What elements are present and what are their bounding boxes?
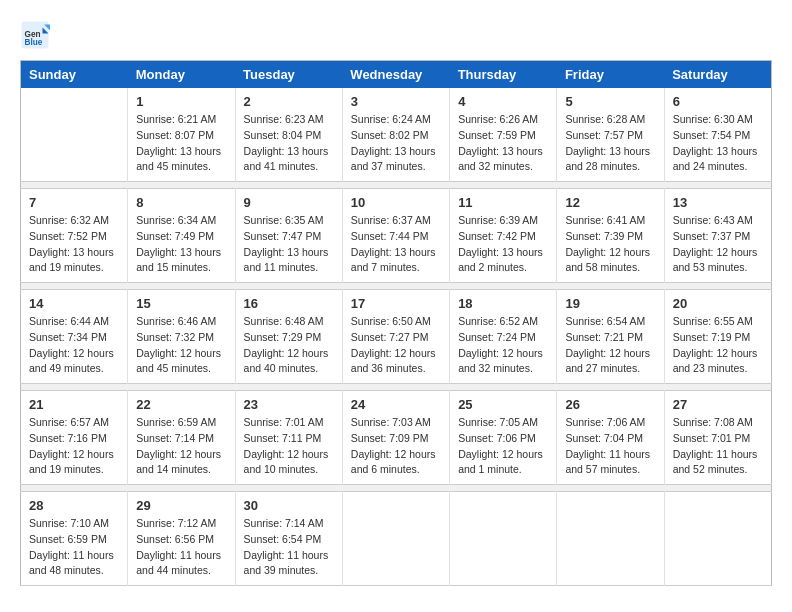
column-header-tuesday: Tuesday <box>235 61 342 89</box>
day-info: Sunrise: 6:57 AMSunset: 7:16 PMDaylight:… <box>29 415 119 478</box>
day-info: Sunrise: 7:12 AMSunset: 6:56 PMDaylight:… <box>136 516 226 579</box>
calendar-cell: 18Sunrise: 6:52 AMSunset: 7:24 PMDayligh… <box>450 290 557 384</box>
day-info: Sunrise: 7:06 AMSunset: 7:04 PMDaylight:… <box>565 415 655 478</box>
calendar-cell: 22Sunrise: 6:59 AMSunset: 7:14 PMDayligh… <box>128 391 235 485</box>
day-info: Sunrise: 6:32 AMSunset: 7:52 PMDaylight:… <box>29 213 119 276</box>
calendar-week-row: 7Sunrise: 6:32 AMSunset: 7:52 PMDaylight… <box>21 189 772 283</box>
week-separator-cell <box>21 182 772 189</box>
day-number: 12 <box>565 195 655 210</box>
column-header-monday: Monday <box>128 61 235 89</box>
calendar-cell: 20Sunrise: 6:55 AMSunset: 7:19 PMDayligh… <box>664 290 771 384</box>
calendar-week-row: 1Sunrise: 6:21 AMSunset: 8:07 PMDaylight… <box>21 88 772 182</box>
calendar-cell: 29Sunrise: 7:12 AMSunset: 6:56 PMDayligh… <box>128 492 235 586</box>
calendar-cell: 5Sunrise: 6:28 AMSunset: 7:57 PMDaylight… <box>557 88 664 182</box>
day-info: Sunrise: 6:46 AMSunset: 7:32 PMDaylight:… <box>136 314 226 377</box>
column-header-thursday: Thursday <box>450 61 557 89</box>
calendar-cell: 1Sunrise: 6:21 AMSunset: 8:07 PMDaylight… <box>128 88 235 182</box>
day-number: 17 <box>351 296 441 311</box>
day-info: Sunrise: 6:48 AMSunset: 7:29 PMDaylight:… <box>244 314 334 377</box>
calendar-cell: 11Sunrise: 6:39 AMSunset: 7:42 PMDayligh… <box>450 189 557 283</box>
day-number: 30 <box>244 498 334 513</box>
week-separator <box>21 283 772 290</box>
calendar-cell: 24Sunrise: 7:03 AMSunset: 7:09 PMDayligh… <box>342 391 449 485</box>
calendar-cell <box>342 492 449 586</box>
calendar-cell: 2Sunrise: 6:23 AMSunset: 8:04 PMDaylight… <box>235 88 342 182</box>
calendar-week-row: 28Sunrise: 7:10 AMSunset: 6:59 PMDayligh… <box>21 492 772 586</box>
column-header-sunday: Sunday <box>21 61 128 89</box>
calendar-cell: 25Sunrise: 7:05 AMSunset: 7:06 PMDayligh… <box>450 391 557 485</box>
week-separator <box>21 485 772 492</box>
day-info: Sunrise: 6:52 AMSunset: 7:24 PMDaylight:… <box>458 314 548 377</box>
week-separator <box>21 182 772 189</box>
calendar-cell: 4Sunrise: 6:26 AMSunset: 7:59 PMDaylight… <box>450 88 557 182</box>
calendar-cell: 14Sunrise: 6:44 AMSunset: 7:34 PMDayligh… <box>21 290 128 384</box>
calendar-cell: 30Sunrise: 7:14 AMSunset: 6:54 PMDayligh… <box>235 492 342 586</box>
calendar-cell: 26Sunrise: 7:06 AMSunset: 7:04 PMDayligh… <box>557 391 664 485</box>
calendar-cell: 28Sunrise: 7:10 AMSunset: 6:59 PMDayligh… <box>21 492 128 586</box>
day-number: 13 <box>673 195 763 210</box>
calendar-header-row: SundayMondayTuesdayWednesdayThursdayFrid… <box>21 61 772 89</box>
day-info: Sunrise: 6:28 AMSunset: 7:57 PMDaylight:… <box>565 112 655 175</box>
calendar-cell: 17Sunrise: 6:50 AMSunset: 7:27 PMDayligh… <box>342 290 449 384</box>
day-info: Sunrise: 7:05 AMSunset: 7:06 PMDaylight:… <box>458 415 548 478</box>
day-info: Sunrise: 7:10 AMSunset: 6:59 PMDaylight:… <box>29 516 119 579</box>
column-header-friday: Friday <box>557 61 664 89</box>
day-info: Sunrise: 6:39 AMSunset: 7:42 PMDaylight:… <box>458 213 548 276</box>
calendar-week-row: 21Sunrise: 6:57 AMSunset: 7:16 PMDayligh… <box>21 391 772 485</box>
day-info: Sunrise: 6:43 AMSunset: 7:37 PMDaylight:… <box>673 213 763 276</box>
column-header-wednesday: Wednesday <box>342 61 449 89</box>
day-number: 10 <box>351 195 441 210</box>
day-number: 1 <box>136 94 226 109</box>
calendar-cell: 10Sunrise: 6:37 AMSunset: 7:44 PMDayligh… <box>342 189 449 283</box>
calendar-cell: 13Sunrise: 6:43 AMSunset: 7:37 PMDayligh… <box>664 189 771 283</box>
day-info: Sunrise: 6:34 AMSunset: 7:49 PMDaylight:… <box>136 213 226 276</box>
day-number: 23 <box>244 397 334 412</box>
calendar-cell: 21Sunrise: 6:57 AMSunset: 7:16 PMDayligh… <box>21 391 128 485</box>
logo: Gen Blue <box>20 20 54 50</box>
day-info: Sunrise: 6:41 AMSunset: 7:39 PMDaylight:… <box>565 213 655 276</box>
day-number: 24 <box>351 397 441 412</box>
day-number: 16 <box>244 296 334 311</box>
day-number: 7 <box>29 195 119 210</box>
day-number: 15 <box>136 296 226 311</box>
calendar-cell: 15Sunrise: 6:46 AMSunset: 7:32 PMDayligh… <box>128 290 235 384</box>
day-info: Sunrise: 7:08 AMSunset: 7:01 PMDaylight:… <box>673 415 763 478</box>
calendar-cell: 27Sunrise: 7:08 AMSunset: 7:01 PMDayligh… <box>664 391 771 485</box>
calendar-cell: 6Sunrise: 6:30 AMSunset: 7:54 PMDaylight… <box>664 88 771 182</box>
day-number: 4 <box>458 94 548 109</box>
day-info: Sunrise: 6:37 AMSunset: 7:44 PMDaylight:… <box>351 213 441 276</box>
day-number: 19 <box>565 296 655 311</box>
day-number: 29 <box>136 498 226 513</box>
day-number: 21 <box>29 397 119 412</box>
day-number: 3 <box>351 94 441 109</box>
day-info: Sunrise: 6:55 AMSunset: 7:19 PMDaylight:… <box>673 314 763 377</box>
day-info: Sunrise: 7:14 AMSunset: 6:54 PMDaylight:… <box>244 516 334 579</box>
day-info: Sunrise: 6:35 AMSunset: 7:47 PMDaylight:… <box>244 213 334 276</box>
day-info: Sunrise: 6:30 AMSunset: 7:54 PMDaylight:… <box>673 112 763 175</box>
calendar-table: SundayMondayTuesdayWednesdayThursdayFrid… <box>20 60 772 586</box>
week-separator-cell <box>21 485 772 492</box>
calendar-cell: 16Sunrise: 6:48 AMSunset: 7:29 PMDayligh… <box>235 290 342 384</box>
day-number: 2 <box>244 94 334 109</box>
day-number: 8 <box>136 195 226 210</box>
week-separator-cell <box>21 283 772 290</box>
column-header-saturday: Saturday <box>664 61 771 89</box>
day-info: Sunrise: 6:54 AMSunset: 7:21 PMDaylight:… <box>565 314 655 377</box>
day-info: Sunrise: 6:59 AMSunset: 7:14 PMDaylight:… <box>136 415 226 478</box>
week-separator-cell <box>21 384 772 391</box>
day-number: 11 <box>458 195 548 210</box>
calendar-cell <box>557 492 664 586</box>
day-number: 14 <box>29 296 119 311</box>
calendar-cell <box>664 492 771 586</box>
day-info: Sunrise: 7:01 AMSunset: 7:11 PMDaylight:… <box>244 415 334 478</box>
day-info: Sunrise: 6:50 AMSunset: 7:27 PMDaylight:… <box>351 314 441 377</box>
calendar-cell: 23Sunrise: 7:01 AMSunset: 7:11 PMDayligh… <box>235 391 342 485</box>
day-number: 20 <box>673 296 763 311</box>
day-number: 22 <box>136 397 226 412</box>
calendar-cell: 7Sunrise: 6:32 AMSunset: 7:52 PMDaylight… <box>21 189 128 283</box>
day-number: 27 <box>673 397 763 412</box>
page-header: Gen Blue <box>20 20 772 50</box>
calendar-week-row: 14Sunrise: 6:44 AMSunset: 7:34 PMDayligh… <box>21 290 772 384</box>
svg-text:Blue: Blue <box>25 38 43 47</box>
day-info: Sunrise: 7:03 AMSunset: 7:09 PMDaylight:… <box>351 415 441 478</box>
